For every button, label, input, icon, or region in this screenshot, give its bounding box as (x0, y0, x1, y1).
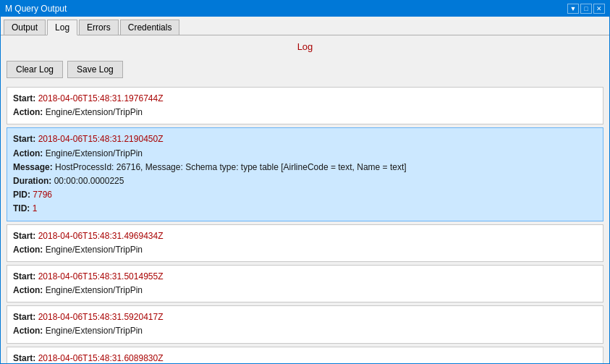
log-field-value: 2018-04-06T15:48:31.6089830Z (38, 353, 164, 363)
log-field-value: 2018-04-06T15:48:31.5014955Z (38, 271, 164, 282)
log-entry[interactable]: Start: 2018-04-06T15:48:31.2190450ZActio… (7, 127, 603, 221)
log-field: Action: Engine/Extension/TripPin (13, 147, 597, 161)
log-field: Start: 2018-04-06T15:48:31.2190450Z (13, 132, 597, 146)
tab-errors[interactable]: Errors (79, 20, 119, 35)
log-entry[interactable]: Start: 2018-04-06T15:48:31.1976744ZActio… (7, 87, 603, 124)
log-field-label: Action: (13, 148, 46, 158)
log-field-value: Engine/Extension/TripPin (46, 107, 143, 117)
log-field-value: 00:00:00.0000225 (54, 176, 124, 186)
log-field-value: 7796 (33, 190, 52, 200)
tab-bar: Output Log Errors Credentials (1, 17, 609, 35)
log-entry[interactable]: Start: 2018-04-06T15:48:31.5920417ZActio… (7, 305, 603, 343)
log-entry[interactable]: Start: 2018-04-06T15:48:31.5014955ZActio… (7, 265, 603, 302)
log-field-label: Duration: (13, 176, 54, 186)
log-field-label: Action: (13, 245, 46, 255)
log-field-value: 2018-04-06T15:48:31.5920417Z (38, 312, 164, 322)
log-field: Action: Engine/Extension/TripPin (13, 106, 597, 119)
log-field: Start: 2018-04-06T15:48:31.1976744Z (13, 92, 597, 106)
close-button[interactable]: ✕ (593, 4, 605, 14)
log-field: Action: Engine/Extension/TripPin (13, 324, 597, 338)
log-field: Start: 2018-04-06T15:48:31.6089830Z (13, 352, 597, 363)
maximize-button[interactable]: □ (580, 4, 592, 14)
log-field-label: Start: (13, 134, 38, 144)
log-field: Action: Engine/Extension/TripPin (13, 284, 597, 297)
log-field-value: 2018-04-06T15:48:31.4969434Z (38, 231, 164, 241)
log-field-label: Start: (13, 231, 38, 241)
log-field-value: Engine/Extension/TripPin (46, 245, 143, 255)
log-field: Message: HostProcessId: 26716, Message: … (13, 161, 597, 174)
log-field: TID: 1 (13, 202, 597, 216)
log-field-label: Action: (13, 107, 46, 117)
title-bar: M Query Output ▼ □ ✕ (1, 1, 609, 17)
log-field-value: HostProcessId: 26716, Message: Schema ty… (55, 162, 407, 172)
log-title: Log (1, 35, 609, 58)
log-field-label: Start: (13, 271, 38, 282)
log-field-label: Start: (13, 93, 38, 103)
log-field-label: Start: (13, 312, 38, 322)
log-field-label: TID: (13, 203, 33, 213)
title-bar-controls: ▼ □ ✕ (567, 4, 605, 14)
log-field-value: 2018-04-06T15:48:31.1976744Z (38, 93, 164, 103)
log-field: Action: Engine/Extension/TripPin (13, 243, 597, 257)
window-title: M Query Output (5, 4, 67, 14)
tab-credentials[interactable]: Credentials (120, 20, 180, 35)
minimize-button[interactable]: ▼ (567, 4, 579, 14)
log-field: Start: 2018-04-06T15:48:31.4969434Z (13, 229, 597, 243)
log-field-value: Engine/Extension/TripPin (46, 148, 143, 158)
log-field: Start: 2018-04-06T15:48:31.5920417Z (13, 310, 597, 324)
main-window: M Query Output ▼ □ ✕ Output Log Errors C… (0, 0, 610, 364)
log-field: Start: 2018-04-06T15:48:31.5014955Z (13, 270, 597, 284)
log-field-label: Start: (13, 353, 38, 363)
log-field-value: 2018-04-06T15:48:31.2190450Z (38, 134, 164, 144)
log-field-label: Action: (13, 326, 46, 336)
log-field: Duration: 00:00:00.0000225 (13, 174, 597, 188)
tab-output[interactable]: Output (4, 20, 46, 35)
log-field-value: Engine/Extension/TripPin (46, 285, 143, 295)
toolbar: Clear Log Save Log (1, 58, 609, 84)
save-log-button[interactable]: Save Log (67, 61, 123, 78)
log-area[interactable]: Start: 2018-04-06T15:48:31.1976744ZActio… (1, 84, 609, 363)
log-field-value: 1 (33, 203, 38, 213)
tab-log[interactable]: Log (47, 20, 77, 35)
log-field-label: Action: (13, 285, 46, 295)
log-entry[interactable]: Start: 2018-04-06T15:48:31.6089830ZActio… (7, 347, 603, 363)
content-area: Log Clear Log Save Log Start: 2018-04-06… (1, 35, 609, 363)
log-entry[interactable]: Start: 2018-04-06T15:48:31.4969434ZActio… (7, 224, 603, 262)
log-field: PID: 7796 (13, 188, 597, 202)
log-field-label: Message: (13, 162, 55, 172)
clear-log-button[interactable]: Clear Log (7, 61, 63, 78)
log-field-value: Engine/Extension/TripPin (46, 326, 143, 336)
log-field-label: PID: (13, 190, 33, 200)
